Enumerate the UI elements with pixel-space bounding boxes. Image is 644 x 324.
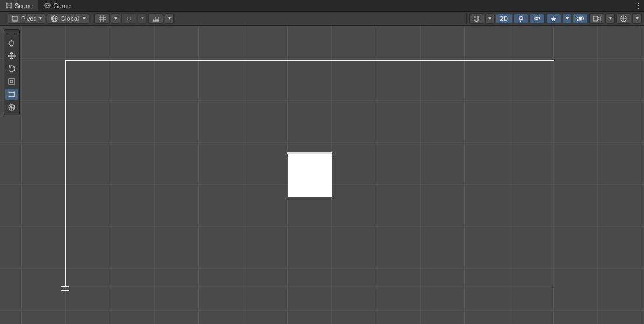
chevron-down-icon: [488, 17, 492, 20]
svg-rect-37: [593, 16, 598, 21]
fx-button[interactable]: [546, 13, 561, 24]
snap-button[interactable]: [121, 13, 136, 24]
pivot-dropdown[interactable]: Pivot: [8, 13, 46, 24]
palette-grip[interactable]: [5, 31, 18, 35]
svg-point-4: [9, 5, 9, 6]
rotate-tool[interactable]: [5, 63, 18, 75]
anchor-marker[interactable]: [61, 286, 69, 291]
tab-game[interactable]: Game: [38, 0, 76, 11]
tab-menu-button[interactable]: [632, 0, 644, 11]
increment-snap-button[interactable]: [148, 13, 163, 24]
draw-mode-button[interactable]: [469, 13, 484, 24]
svg-marker-34: [551, 16, 556, 22]
move-tool[interactable]: [5, 50, 18, 62]
lighting-button[interactable]: [513, 13, 528, 24]
game-icon: [44, 2, 51, 9]
increment-snap-icon: [152, 15, 159, 22]
gizmos-icon: [620, 15, 627, 22]
scene-viewport[interactable]: [0, 26, 644, 324]
chevron-down-icon: [38, 17, 43, 20]
svg-rect-45: [9, 93, 15, 97]
svg-rect-48: [9, 96, 10, 97]
snap-dropdown[interactable]: [138, 13, 147, 24]
fx-dropdown[interactable]: [562, 13, 572, 24]
hand-tool[interactable]: [5, 37, 18, 49]
svg-rect-9: [45, 4, 51, 8]
svg-point-12: [638, 3, 639, 4]
scene-visibility-button[interactable]: [573, 13, 588, 24]
mode-2d-button[interactable]: 2D: [496, 13, 512, 24]
mode-2d-label: 2D: [500, 15, 508, 22]
scale-tool[interactable]: [5, 76, 18, 87]
svg-rect-44: [10, 80, 13, 83]
svg-line-33: [539, 17, 541, 20]
chevron-down-icon: [141, 17, 145, 20]
svg-rect-47: [14, 92, 15, 93]
pivot-label: Pivot: [21, 15, 35, 22]
audio-icon: [534, 15, 541, 22]
svg-rect-43: [9, 79, 15, 84]
tool-palette[interactable]: [4, 29, 20, 115]
svg-point-13: [638, 5, 639, 6]
chevron-down-icon: [565, 17, 569, 20]
draw-mode-dropdown[interactable]: [485, 13, 495, 24]
svg-rect-46: [9, 92, 10, 93]
chevron-down-icon: [114, 17, 118, 20]
gizmos-dropdown[interactable]: [632, 13, 642, 24]
grid-visibility-button[interactable]: [94, 13, 110, 24]
transform-tool[interactable]: [5, 101, 18, 113]
shaded-icon: [473, 15, 480, 22]
rect-tool[interactable]: [5, 89, 18, 100]
audio-button[interactable]: [530, 13, 545, 24]
camera-dropdown[interactable]: [606, 13, 615, 24]
grid-dropdown[interactable]: [111, 13, 120, 24]
chevron-down-icon: [82, 17, 86, 20]
tab-scene[interactable]: Scene: [0, 0, 38, 11]
snap-icon: [125, 15, 132, 22]
svg-point-30: [519, 16, 523, 20]
tab-label: Scene: [15, 2, 33, 9]
gizmos-button[interactable]: [616, 13, 631, 24]
chevron-down-icon: [608, 17, 612, 20]
eye-off-icon: [576, 15, 584, 22]
space-label: Global: [60, 15, 79, 22]
svg-point-11: [48, 5, 50, 6]
grid-icon: [99, 15, 106, 22]
globe-icon: [51, 15, 58, 22]
svg-rect-16: [12, 16, 14, 17]
fx-icon: [550, 15, 557, 22]
camera-icon: [593, 16, 601, 22]
increment-snap-dropdown[interactable]: [164, 13, 174, 24]
svg-point-10: [46, 5, 47, 6]
chevron-down-icon: [635, 17, 639, 20]
tab-label: Game: [53, 2, 71, 9]
coordinate-space-dropdown[interactable]: Global: [47, 13, 89, 24]
svg-rect-49: [14, 96, 15, 97]
svg-point-14: [638, 8, 639, 9]
pivot-icon: [12, 15, 19, 22]
lightbulb-icon: [517, 15, 524, 22]
scene-icon: [6, 2, 12, 9]
chevron-down-icon: [167, 17, 172, 20]
camera-button[interactable]: [589, 13, 604, 24]
selected-image[interactable]: [288, 153, 332, 197]
